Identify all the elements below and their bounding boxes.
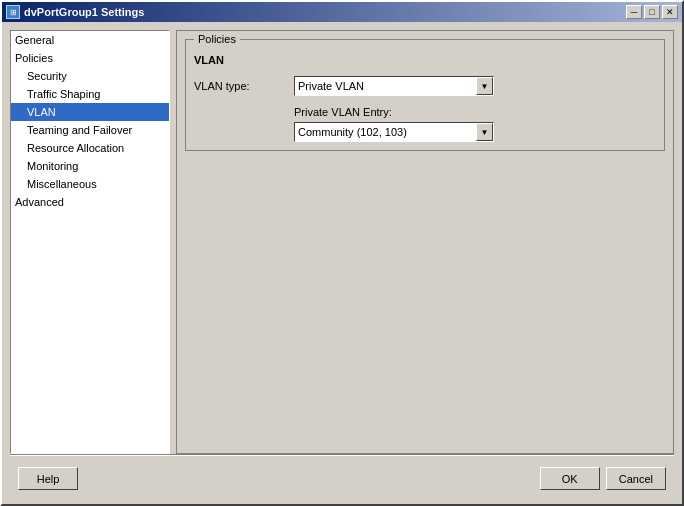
sidebar-item-general[interactable]: General [11, 31, 169, 49]
policies-group-legend: Policies [194, 33, 240, 45]
title-bar: ⊞ dvPortGroup1 Settings ─ □ ✕ [2, 2, 682, 22]
vlan-type-row: VLAN type: None VLAN VLAN Trunking Priva… [194, 76, 656, 96]
window-title: dvPortGroup1 Settings [24, 6, 144, 18]
content-area: GeneralPoliciesSecurityTraffic ShapingVL… [2, 22, 682, 504]
sidebar-item-teaming-and-failover[interactable]: Teaming and Failover [11, 121, 169, 139]
private-vlan-select-wrapper: Community (102, 103) Isolated (101) Prom… [294, 122, 494, 142]
ok-cancel-buttons: OK Cancel [540, 467, 666, 490]
close-button[interactable]: ✕ [662, 5, 678, 19]
group-content: VLAN VLAN type: None VLAN VLAN Trunking … [194, 44, 656, 142]
help-button[interactable]: Help [18, 467, 78, 490]
title-bar-left: ⊞ dvPortGroup1 Settings [6, 5, 144, 19]
bottom-bar: Help OK Cancel [10, 461, 674, 496]
sidebar-item-advanced[interactable]: Advanced [11, 193, 169, 211]
sidebar-item-vlan[interactable]: VLAN [11, 103, 169, 121]
sidebar-item-security[interactable]: Security [11, 67, 169, 85]
maximize-button[interactable]: □ [644, 5, 660, 19]
minimize-button[interactable]: ─ [626, 5, 642, 19]
cancel-button[interactable]: Cancel [606, 467, 666, 490]
policies-group: Policies VLAN VLAN type: None VLAN VLAN … [185, 39, 665, 151]
sidebar-item-traffic-shaping[interactable]: Traffic Shaping [11, 85, 169, 103]
sidebar: GeneralPoliciesSecurityTraffic ShapingVL… [10, 30, 170, 454]
window-icon: ⊞ [6, 5, 20, 19]
title-buttons: ─ □ ✕ [626, 5, 678, 19]
sidebar-item-monitoring[interactable]: Monitoring [11, 157, 169, 175]
ok-button[interactable]: OK [540, 467, 600, 490]
private-vlan-entry-label: Private VLAN Entry: [294, 106, 656, 118]
section-title: VLAN [194, 54, 656, 66]
bottom-separator [10, 454, 674, 455]
vlan-type-select-wrapper: None VLAN VLAN Trunking Private VLAN ▼ [294, 76, 494, 96]
private-vlan-entry-select[interactable]: Community (102, 103) Isolated (101) Prom… [294, 122, 494, 142]
main-window: ⊞ dvPortGroup1 Settings ─ □ ✕ GeneralPol… [0, 0, 684, 506]
vlan-type-label: VLAN type: [194, 80, 294, 92]
right-panel: Policies VLAN VLAN type: None VLAN VLAN … [176, 30, 674, 454]
private-vlan-entry-wrapper: Community (102, 103) Isolated (101) Prom… [294, 122, 656, 142]
vlan-type-select[interactable]: None VLAN VLAN Trunking Private VLAN [294, 76, 494, 96]
main-layout: GeneralPoliciesSecurityTraffic ShapingVL… [10, 30, 674, 454]
sidebar-item-resource-allocation[interactable]: Resource Allocation [11, 139, 169, 157]
sidebar-item-miscellaneous[interactable]: Miscellaneous [11, 175, 169, 193]
sidebar-item-policies[interactable]: Policies [11, 49, 169, 67]
